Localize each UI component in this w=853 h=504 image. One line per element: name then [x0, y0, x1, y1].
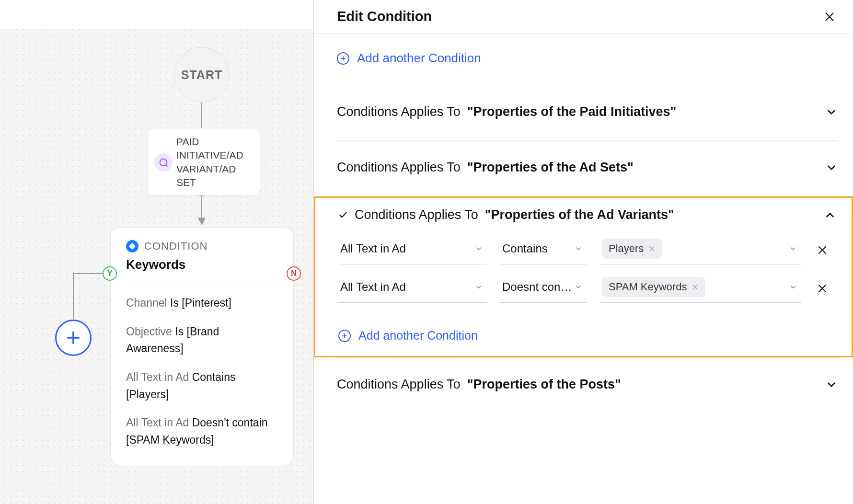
close-icon: [823, 11, 836, 23]
chat-bubble-icon: [154, 153, 173, 172]
plus-circle-icon: [337, 52, 349, 65]
condition-section-ad-sets[interactable]: Conditions Applies To "Properties of the…: [337, 141, 838, 196]
add-condition-label: Add another Condition: [357, 51, 481, 66]
condition-rule: All Text in Ad Contains [Players]: [126, 369, 278, 403]
chevron-down-icon: [574, 283, 583, 291]
condition-node[interactable]: CONDITION Keywords Channel Is [Pinterest…: [110, 227, 294, 466]
chevron-down-icon: [789, 244, 797, 253]
diamond-icon: [126, 240, 138, 252]
remove-chip-icon[interactable]: [648, 242, 655, 255]
condition-eyebrow: CONDITION: [144, 240, 207, 252]
value-select[interactable]: SPAM Keywords: [600, 276, 801, 303]
chevron-up-icon[interactable]: [824, 209, 836, 221]
close-icon: [817, 244, 828, 256]
branch-yes-badge: Y: [103, 266, 117, 281]
trigger-label: PAID INITIATIVE/AD VARIANT/AD SET: [176, 135, 254, 189]
close-button[interactable]: [823, 11, 836, 23]
field-select[interactable]: All Text in Ad: [338, 238, 487, 264]
start-node[interactable]: START: [174, 47, 230, 103]
add-step-button[interactable]: [55, 320, 92, 356]
check-icon: [338, 210, 348, 220]
trigger-node[interactable]: PAID INITIATIVE/AD VARIANT/AD SET: [147, 129, 260, 195]
operator-select[interactable]: Contains: [500, 238, 587, 264]
value-chip: SPAM Keywords: [602, 277, 705, 297]
condition-row: All Text in Ad Contains Players: [338, 238, 836, 264]
condition-section-posts[interactable]: Conditions Applies To "Properties of the…: [337, 358, 838, 413]
condition-section-paid-initiatives[interactable]: Conditions Applies To "Properties of the…: [337, 85, 838, 140]
condition-rule: All Text in Ad Doesn't contain [SPAM Key…: [126, 414, 278, 448]
canvas-top-overlay: [0, 0, 313, 29]
add-condition-row-button[interactable]: Add another Condition: [338, 314, 836, 343]
condition-rule: Objective Is [Brand Awareness]: [126, 323, 278, 357]
workflow-canvas[interactable]: START PAID INITIATIVE/AD VARIANT/AD SET …: [0, 0, 314, 504]
plus-circle-icon: [338, 330, 351, 342]
chevron-down-icon: [825, 161, 838, 174]
close-icon: [817, 283, 828, 294]
add-condition-button[interactable]: Add another Condition: [337, 34, 838, 85]
chevron-down-icon: [825, 106, 838, 118]
remove-chip-icon[interactable]: [692, 281, 698, 293]
value-chip: Players: [602, 239, 662, 259]
chevron-down-icon: [574, 244, 583, 253]
condition-row: All Text in Ad Doesnt con… SPAM Keywords: [338, 276, 836, 303]
delete-row-button[interactable]: [817, 244, 828, 258]
operator-select[interactable]: Doesnt con…: [500, 276, 587, 303]
panel-title: Edit Condition: [337, 9, 432, 24]
condition-section-ad-variants: Conditions Applies To "Properties of the…: [314, 196, 853, 357]
condition-rule: Channel Is [Pinterest]: [126, 295, 278, 312]
edit-condition-panel: Edit Condition Add another Condition Con…: [314, 0, 853, 504]
branch-no-badge: N: [287, 266, 301, 281]
plus-icon: [65, 330, 81, 346]
chevron-down-icon: [474, 244, 483, 253]
delete-row-button[interactable]: [817, 283, 828, 296]
value-select[interactable]: Players: [600, 238, 801, 264]
chevron-down-icon: [474, 283, 483, 291]
condition-title: Keywords: [126, 257, 278, 272]
chevron-down-icon: [789, 283, 797, 291]
divider: [126, 284, 278, 284]
start-label: START: [181, 68, 222, 82]
chevron-down-icon: [825, 378, 838, 391]
field-select[interactable]: All Text in Ad: [338, 276, 487, 303]
